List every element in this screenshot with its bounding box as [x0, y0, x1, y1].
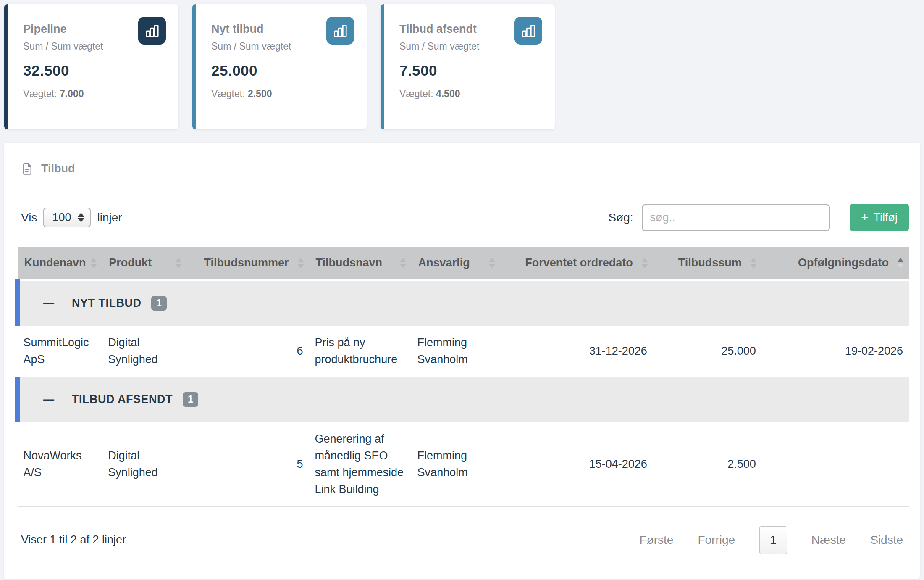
card-sum-value: 7.500 — [399, 62, 542, 79]
column-header-ansvarlig[interactable]: Ansvarlig — [412, 247, 501, 280]
collapse-icon[interactable]: — — [43, 393, 54, 406]
card-sum-value: 32.500 — [23, 62, 166, 79]
group-row-tilbud-afsendt[interactable]: —TILBUD AFSENDT1 — [18, 377, 909, 422]
document-icon — [21, 163, 34, 175]
pagination-f-rste[interactable]: Første — [640, 533, 674, 547]
cell-tilbudssum: 2.500 — [653, 422, 762, 506]
card-weighted: Vægtet: 4.500 — [399, 88, 542, 100]
cell-opf-lgningsdato: 19-02-2026 — [762, 326, 909, 377]
add-button[interactable]: + Tilføj — [850, 204, 909, 231]
weighted-value: 7.000 — [60, 88, 84, 99]
cell-tilbudssum: 25.000 — [653, 326, 762, 377]
page-title: Tilbud — [41, 162, 75, 175]
column-label: Tilbudssum — [678, 256, 742, 269]
pagination-forrige[interactable]: Forrige — [698, 533, 735, 547]
table-header-row: KundenavnProduktTilbudsnummerTilbudsnavn… — [18, 247, 909, 280]
table-row[interactable]: NovaWorks A/SDigital Synlighed5Genererin… — [18, 422, 909, 506]
summary-cards-row: Pipeline Sum / Sum vægtet 32.500 Vægtet:… — [0, 0, 924, 129]
tilbud-table: KundenavnProduktTilbudsnummerTilbudsnavn… — [15, 247, 909, 507]
cell-kundenavn: NovaWorks A/S — [18, 422, 102, 506]
bar-chart-icon — [514, 17, 542, 45]
column-header-forventet-ordredato[interactable]: Forventet ordredato — [501, 247, 653, 280]
card-title: Nyt tilbud — [211, 17, 291, 36]
add-button-label: Tilføj — [874, 211, 898, 224]
card-header: Nyt tilbud Sum / Sum vægtet — [211, 17, 354, 52]
card-weighted: Vægtet: 2.500 — [211, 88, 354, 100]
card-nyt-tilbud: Nyt tilbud Sum / Sum vægtet 25.000 Vægte… — [192, 4, 367, 129]
pagination-n-ste[interactable]: Næste — [811, 533, 846, 547]
column-label: Ansvarlig — [418, 256, 470, 269]
selected-length: 100 — [52, 211, 71, 224]
sort-icon — [750, 258, 757, 268]
card-weighted: Vægtet: 7.000 — [23, 88, 166, 100]
group-count-badge: 1 — [151, 296, 167, 311]
group-label: NYT TILBUD — [72, 297, 141, 310]
table-info-text: Viser 1 til 2 af 2 linjer — [21, 533, 126, 546]
cell-tilbudsnavn: Pris på ny produktbruchure — [309, 326, 412, 377]
column-label: Tilbudsnavn — [316, 256, 383, 269]
cell-kundenavn: SummitLogic ApS — [18, 326, 102, 377]
column-header-tilbudsnavn[interactable]: Tilbudsnavn — [309, 247, 412, 280]
table-row[interactable]: SummitLogic ApSDigital Synlighed6Pris på… — [18, 326, 909, 377]
length-prefix-label: Vis — [21, 211, 37, 224]
card-subtitle: Sum / Sum vægtet — [23, 41, 103, 52]
cell-opf-lgningsdato — [762, 422, 909, 506]
sort-icon — [90, 258, 97, 268]
weighted-value: 4.500 — [436, 88, 460, 99]
group-count-badge: 1 — [183, 392, 198, 407]
cell-produkt: Digital Synlighed — [102, 326, 187, 377]
table-controls: Vis 100 linjer Søg: + Tilføj — [15, 204, 909, 231]
cell-produkt: Digital Synlighed — [102, 422, 187, 506]
column-label: Kundenavn — [24, 256, 86, 269]
card-subtitle: Sum / Sum vægtet — [211, 41, 291, 52]
cell-tilbudsnummer: 5 — [187, 422, 309, 506]
collapse-icon[interactable]: — — [43, 297, 54, 310]
table-footer: Viser 1 til 2 af 2 linjer FørsteForrige1… — [15, 526, 909, 554]
length-suffix-label: linjer — [97, 211, 122, 224]
page-length-control: Vis 100 linjer — [21, 208, 122, 227]
weighted-value: 2.500 — [248, 88, 272, 99]
cell-tilbudsnummer: 6 — [187, 326, 309, 377]
cell-ansvarlig: Flemming Svanholm — [412, 326, 501, 377]
pagination: FørsteForrige1NæsteSidste — [640, 526, 903, 554]
cell-forventet-ordredato: 15-04-2026 — [501, 422, 653, 506]
weighted-label: Vægtet: — [211, 88, 245, 99]
cell-tilbudsnavn: Generering af månedlig SEO samt hjemmesi… — [309, 422, 412, 506]
card-title: Pipeline — [23, 17, 103, 36]
cell-ansvarlig: Flemming Svanholm — [412, 422, 501, 506]
group-row-nyt-tilbud[interactable]: —NYT TILBUD1 — [18, 280, 909, 326]
column-header-produkt[interactable]: Produkt — [102, 247, 187, 280]
tilbud-panel: Tilbud Vis 100 linjer Søg: + Tilføj Kund… — [4, 143, 920, 579]
sort-icon — [489, 258, 496, 268]
pagination-sidste[interactable]: Sidste — [870, 533, 903, 547]
pagination-1[interactable]: 1 — [759, 526, 787, 554]
weighted-label: Vægtet: — [23, 88, 57, 99]
column-header-tilbudssum[interactable]: Tilbudssum — [653, 247, 762, 280]
plus-icon: + — [861, 211, 869, 224]
card-tilbud-afsendt: Tilbud afsendt Sum / Sum vægtet 7.500 Væ… — [381, 4, 555, 129]
card-sum-value: 25.000 — [211, 62, 354, 79]
card-header: Tilbud afsendt Sum / Sum vægtet — [399, 17, 542, 52]
sort-icon — [641, 258, 648, 268]
weighted-label: Vægtet: — [399, 88, 433, 99]
select-arrows-icon — [78, 213, 84, 222]
column-label: Produkt — [109, 256, 152, 269]
card-pipeline: Pipeline Sum / Sum vægtet 32.500 Vægtet:… — [4, 4, 178, 129]
search-label: Søg: — [608, 211, 633, 224]
column-label: Tilbudsnummer — [204, 256, 289, 269]
column-header-opf-lgningsdato[interactable]: Opfølgningsdato — [762, 247, 909, 280]
card-header: Pipeline Sum / Sum vægtet — [23, 17, 166, 52]
column-header-tilbudsnummer[interactable]: Tilbudsnummer — [187, 247, 309, 280]
cell-forventet-ordredato: 31-12-2026 — [501, 326, 653, 377]
column-header-kundenavn[interactable]: Kundenavn — [18, 247, 102, 280]
sort-icon — [897, 258, 904, 268]
card-subtitle: Sum / Sum vægtet — [399, 41, 479, 52]
column-label: Forventet ordredato — [525, 256, 633, 269]
card-title: Tilbud afsendt — [399, 17, 479, 36]
bar-chart-icon — [138, 17, 166, 45]
panel-title-row: Tilbud — [15, 162, 909, 175]
column-label: Opfølgningsdato — [798, 256, 889, 269]
search-input[interactable] — [642, 204, 830, 231]
page-length-select[interactable]: 100 — [43, 208, 91, 227]
sort-icon — [297, 258, 304, 268]
